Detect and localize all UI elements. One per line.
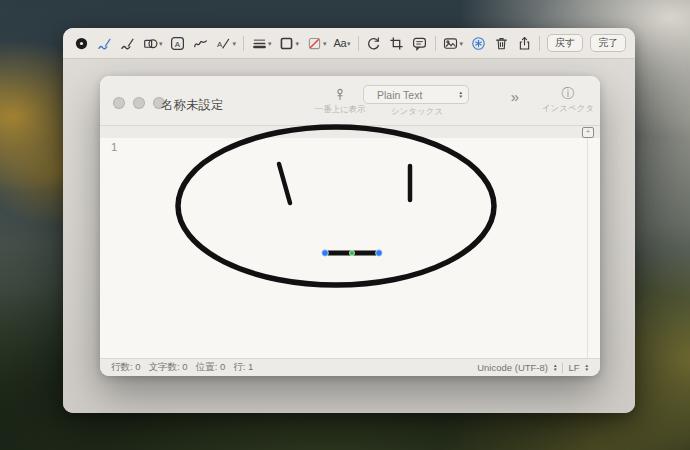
- inspector-label: インスペクタ: [536, 103, 600, 115]
- info-icon: ⓘ: [536, 86, 600, 101]
- share-icon[interactable]: [516, 35, 532, 51]
- text-editor-area[interactable]: 1: [100, 138, 600, 358]
- close-button[interactable]: [113, 97, 125, 109]
- editor-titlebar: 名称未設定 一番上に表示 Plain Text ▲▼ シンタックス »: [100, 76, 600, 125]
- select-updown-icon: ▲▼: [459, 91, 463, 99]
- svg-text:A: A: [175, 39, 181, 48]
- chevron-down-icon: ▾: [347, 40, 351, 47]
- annotate-icon[interactable]: [412, 35, 428, 51]
- chevron-down-icon: ▾: [268, 40, 272, 47]
- border-color-button[interactable]: ▾: [279, 35, 300, 51]
- line-ending-select[interactable]: LF: [568, 362, 579, 373]
- fill-color-icon: [306, 35, 322, 51]
- coteditor-window: 名称未設定 一番上に表示 Plain Text ▲▼ シンタックス »: [100, 76, 600, 376]
- toolbar-divider: [435, 36, 436, 51]
- navigation-bar: +: [100, 126, 600, 138]
- redact-tool-icon: A: [216, 35, 232, 51]
- svg-text:A: A: [217, 40, 223, 49]
- redact-tool-button[interactable]: A ▾: [216, 35, 237, 51]
- sign-tool-icon[interactable]: [193, 35, 209, 51]
- statusbar-divider: [562, 363, 563, 373]
- pin-icon: [333, 87, 347, 102]
- trash-icon[interactable]: [493, 35, 509, 51]
- crop-icon[interactable]: [389, 35, 405, 51]
- status-bar: 行数: 0 文字数: 0 位置: 0 行: 1 Unicode (UTF-8) …: [100, 358, 600, 376]
- text-style-button[interactable]: Aa ▾: [334, 38, 351, 49]
- select-updown-icon: ▲▼: [585, 364, 589, 372]
- text-style-icon: Aa: [334, 38, 346, 49]
- sketch-tool-icon[interactable]: [96, 35, 112, 51]
- line-weight-icon: [251, 35, 267, 51]
- syntax-value: Plain Text: [377, 89, 459, 101]
- ai-cleanup-icon[interactable]: [470, 35, 486, 51]
- screen: ▾ A A ▾: [0, 0, 690, 450]
- text-tool-icon[interactable]: A: [170, 35, 186, 51]
- toolbar-divider: [539, 36, 540, 51]
- markup-canvas[interactable]: 名称未設定 一番上に表示 Plain Text ▲▼ シンタックス »: [63, 59, 635, 413]
- status-line: 行: 1: [233, 361, 253, 374]
- chevron-down-icon: ▾: [296, 40, 300, 47]
- encoding-select[interactable]: Unicode (UTF-8): [477, 362, 548, 373]
- syntax-group: Plain Text ▲▼ シンタックス: [363, 85, 471, 118]
- chevron-down-icon: ▾: [460, 40, 464, 47]
- revert-button[interactable]: 戻す: [547, 34, 583, 52]
- syntax-label: シンタックス: [363, 106, 471, 118]
- markup-toolbar: ▾ A A ▾: [63, 28, 635, 59]
- line-number: 1: [111, 141, 117, 153]
- minimize-button[interactable]: [133, 97, 145, 109]
- inspector-group[interactable]: ⓘ インスペクタ: [536, 86, 600, 115]
- markup-preview-window: ▾ A A ▾: [63, 28, 635, 413]
- line-weight-button[interactable]: ▾: [251, 35, 272, 51]
- traffic-lights: [113, 97, 165, 109]
- color-swatch-icon[interactable]: [73, 35, 89, 51]
- done-button[interactable]: 完了: [590, 34, 626, 52]
- window-title: 名称未設定: [161, 97, 224, 114]
- status-characters: 文字数: 0: [149, 361, 188, 374]
- chevron-down-icon: ▾: [233, 40, 237, 47]
- toolbar-divider: [358, 36, 359, 51]
- toolbar-divider: [243, 36, 244, 51]
- rotate-left-icon[interactable]: [366, 35, 382, 51]
- border-color-icon: [279, 35, 295, 51]
- shapes-tool-button[interactable]: ▾: [142, 35, 163, 51]
- fill-color-button[interactable]: ▾: [306, 35, 327, 51]
- scrollbar-track-divider: [587, 138, 588, 358]
- split-editor-button[interactable]: +: [582, 127, 594, 138]
- status-lines: 行数: 0: [111, 361, 141, 374]
- select-updown-icon: ▲▼: [553, 364, 557, 372]
- draw-tool-icon[interactable]: [119, 35, 135, 51]
- status-position: 位置: 0: [196, 361, 226, 374]
- image-markup-options-icon: [443, 35, 459, 51]
- shapes-tool-icon: [142, 35, 158, 51]
- image-markup-options-button[interactable]: ▾: [443, 35, 464, 51]
- chevron-down-icon: ▾: [159, 40, 163, 47]
- toolbar-overflow-icon[interactable]: »: [502, 88, 528, 106]
- syntax-select[interactable]: Plain Text ▲▼: [363, 85, 469, 104]
- chevron-down-icon: ▾: [323, 40, 327, 47]
